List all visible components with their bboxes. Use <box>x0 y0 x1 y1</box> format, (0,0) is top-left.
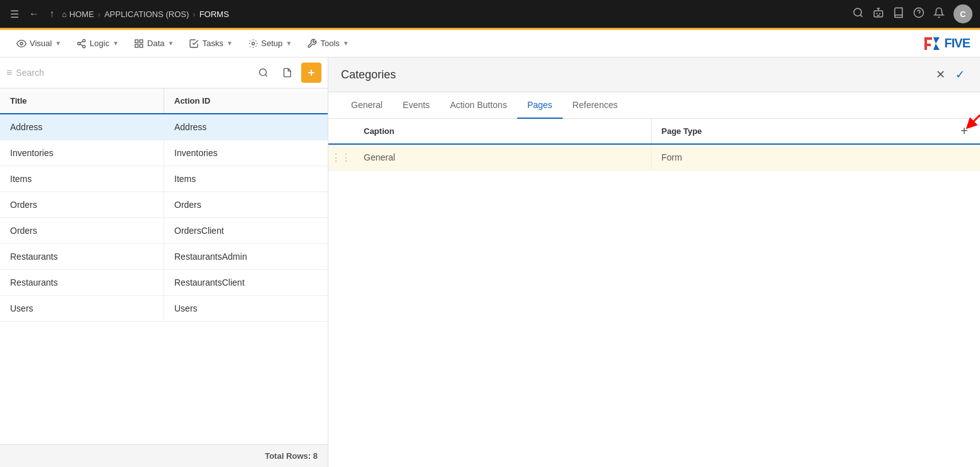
breadcrumb-sep-1: › <box>98 9 100 19</box>
table-row[interactable]: RestaurantsRestaurantsAdmin <box>0 244 328 270</box>
notification-icon[interactable] <box>933 7 945 21</box>
caption-cell: General <box>354 145 652 170</box>
svg-line-9 <box>80 44 83 46</box>
title-cell: Restaurants <box>0 244 164 269</box>
title-cell: Orders <box>0 192 164 217</box>
main-content: ≡ Title Action ID AddressAddressInventor… <box>0 58 980 467</box>
svg-point-8 <box>83 45 85 47</box>
svg-point-5 <box>20 42 23 45</box>
table-row[interactable]: ItemsItems <box>0 166 328 192</box>
table-body: AddressAddressInventoriesInventoriesItem… <box>0 114 328 444</box>
page-type-col-header: Page Type <box>652 119 949 143</box>
breadcrumb-applications[interactable]: APPLICATIONS (ROS) <box>104 9 189 19</box>
five-logo-text: FIVE <box>945 36 970 51</box>
filter-icon[interactable]: ≡ <box>6 67 12 78</box>
svg-rect-11 <box>135 40 138 43</box>
svg-rect-14 <box>135 44 138 47</box>
avatar[interactable]: C <box>953 4 972 23</box>
table-row[interactable]: OrdersOrders <box>0 192 328 218</box>
caption-col-header: Caption <box>354 119 652 143</box>
svg-rect-13 <box>140 44 143 47</box>
table-row[interactable]: OrdersOrdersClient <box>0 218 328 244</box>
search-submit-icon[interactable] <box>253 63 273 83</box>
svg-rect-12 <box>140 40 143 43</box>
breadcrumb-home[interactable]: ⌂ HOME <box>62 9 94 19</box>
up-icon[interactable]: ↑ <box>47 6 57 22</box>
breadcrumb-sep-2: › <box>193 9 195 19</box>
tab-general[interactable]: General <box>341 92 393 119</box>
tab-pages[interactable]: Pages <box>517 92 563 119</box>
table-header: Title Action ID <box>0 88 328 114</box>
actionid-cell: Address <box>164 114 328 140</box>
chevron-icon: ▼ <box>227 40 233 47</box>
library-icon[interactable] <box>893 7 904 21</box>
search-input[interactable] <box>16 68 249 78</box>
title-cell: Orders <box>0 218 164 243</box>
pages-rows-container: ⋮⋮ General Form <box>328 145 980 171</box>
top-navigation: ☰ ← ↑ ⌂ HOME › APPLICATIONS (ROS) › FORM… <box>0 0 980 28</box>
tab-action-buttons[interactable]: Action Buttons <box>440 92 517 119</box>
table-row[interactable]: InventoriesInventories <box>0 140 328 166</box>
back-icon[interactable]: ← <box>27 6 42 22</box>
table-footer: Total Rows: 8 <box>0 444 328 467</box>
title-cell: Items <box>0 166 164 191</box>
table-row[interactable]: AddressAddress <box>0 114 328 140</box>
svg-point-16 <box>260 69 266 76</box>
svg-point-15 <box>252 42 254 45</box>
svg-point-3 <box>879 13 880 14</box>
help-icon[interactable] <box>913 7 924 21</box>
chevron-icon: ▼ <box>168 40 174 47</box>
drag-handle[interactable]: ⋮⋮ <box>328 152 354 164</box>
svg-point-2 <box>876 13 878 14</box>
confirm-icon[interactable]: ✓ <box>953 65 967 84</box>
menu-logic[interactable]: Logic ▼ <box>70 35 125 52</box>
actionid-cell: Orders <box>164 192 328 217</box>
title-cell: Users <box>0 296 164 321</box>
nav-left: ☰ ← ↑ ⌂ HOME › APPLICATIONS (ROS) › FORM… <box>8 6 229 23</box>
col-actionid-header: Action ID <box>164 88 328 113</box>
menu-tasks[interactable]: Tasks ▼ <box>182 35 239 52</box>
col-title-header: Title <box>0 88 164 113</box>
add-row-col: + <box>948 123 980 140</box>
table-row[interactable]: UsersUsers <box>0 296 328 322</box>
close-icon[interactable]: ✕ <box>933 65 948 84</box>
chevron-icon: ▼ <box>112 40 119 47</box>
actionid-cell: RestaurantsClient <box>164 270 328 295</box>
nav-right: C <box>852 4 972 23</box>
svg-point-7 <box>78 42 80 45</box>
search-actions <box>253 63 321 83</box>
title-cell: Inventories <box>0 140 164 166</box>
bot-icon[interactable] <box>873 7 884 21</box>
menu-icon[interactable]: ☰ <box>8 6 21 23</box>
menu-visual[interactable]: Visual ▼ <box>10 35 68 52</box>
actionid-cell: Items <box>164 166 328 191</box>
breadcrumb-forms[interactable]: FORMS <box>200 9 229 19</box>
tabs-bar: GeneralEventsAction ButtonsPagesReferenc… <box>328 92 980 119</box>
five-logo: FIVE <box>922 35 970 52</box>
add-button[interactable] <box>301 63 321 83</box>
menu-items: Visual ▼ Logic ▼ Data ▼ Tasks ▼ Setup ▼ … <box>10 35 356 52</box>
table-row[interactable]: RestaurantsRestaurantsClient <box>0 270 328 296</box>
svg-point-0 <box>854 8 861 16</box>
breadcrumb: ⌂ HOME › APPLICATIONS (ROS) › FORMS <box>62 9 229 19</box>
tab-references[interactable]: References <box>563 92 628 119</box>
menu-data[interactable]: Data ▼ <box>128 35 180 52</box>
svg-rect-1 <box>874 11 883 17</box>
pages-content: Caption Page Type + <box>328 119 980 467</box>
tab-events[interactable]: Events <box>393 92 440 119</box>
svg-line-10 <box>80 41 83 43</box>
title-cell: Address <box>0 114 164 140</box>
search-nav-icon[interactable] <box>852 7 864 21</box>
pages-table-row[interactable]: ⋮⋮ General Form <box>328 145 980 171</box>
document-icon[interactable] <box>277 63 297 83</box>
menu-setup[interactable]: Setup ▼ <box>242 35 299 52</box>
page-type-cell: Form <box>652 145 949 170</box>
actionid-cell: Users <box>164 296 328 321</box>
menu-tools[interactable]: Tools ▼ <box>301 35 355 52</box>
chevron-icon: ▼ <box>55 40 61 47</box>
add-page-button[interactable]: + <box>955 123 973 140</box>
title-cell: Restaurants <box>0 270 164 295</box>
actionid-cell: RestaurantsAdmin <box>164 244 328 269</box>
menu-bar: Visual ▼ Logic ▼ Data ▼ Tasks ▼ Setup ▼ … <box>0 30 980 58</box>
panel-header: Categories ✕ ✓ <box>328 58 980 92</box>
